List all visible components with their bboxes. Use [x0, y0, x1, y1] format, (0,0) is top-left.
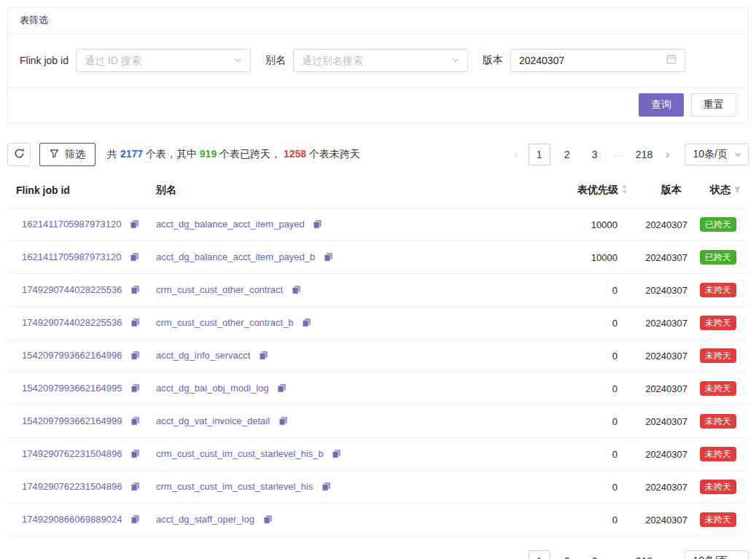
last-page-button[interactable]: 218	[634, 144, 655, 165]
alias-copy-icon[interactable]	[322, 482, 331, 493]
status-cell: 未跨天	[690, 504, 749, 536]
results-table: Flink job id 别名 表优先级 版本	[7, 178, 749, 536]
version-cell: 20240307	[634, 504, 690, 536]
alias-copy-icon[interactable]	[302, 318, 311, 329]
alias-link[interactable]: crm_cust_cust_im_cust_starlevel_his	[156, 481, 313, 492]
alias-copy-icon[interactable]	[278, 416, 288, 428]
chevron-down-icon	[734, 555, 741, 559]
alias-copy-icon[interactable]	[324, 252, 333, 264]
page-2-button[interactable]: 2	[556, 144, 578, 165]
alias-link[interactable]: acct_dg_vat_invoice_detail	[156, 415, 270, 426]
priority-cell: 10000	[546, 241, 634, 274]
alias-copy-icon[interactable]	[259, 351, 268, 362]
alias-copy-icon[interactable]	[292, 285, 301, 297]
calendar-icon	[666, 54, 677, 67]
flink-job-id-link[interactable]: 1621411705987973120	[22, 251, 121, 262]
version-cell: 20240307	[634, 241, 690, 274]
alias-link[interactable]: acct_dg_info_servacct	[156, 350, 250, 361]
next-page-button[interactable]: ›	[658, 144, 677, 165]
alias-link[interactable]: acct_dg_bal_obj_modi_log	[156, 383, 269, 394]
alias-link[interactable]: acct_dg_staff_oper_log	[156, 514, 254, 525]
page-3-button[interactable]: 3	[584, 144, 606, 165]
alias-copy-icon[interactable]	[313, 219, 322, 231]
priority-cell: 0	[546, 307, 634, 340]
flink-job-id-link[interactable]: 1542097993662164995	[22, 383, 122, 394]
next-page-button[interactable]: ›	[658, 550, 677, 559]
priority-cell: 10000	[546, 208, 634, 241]
flink-job-id-link[interactable]: 1542097993662164999	[22, 415, 122, 426]
id-copy-icon[interactable]	[130, 383, 140, 395]
prev-page-button[interactable]: ‹	[507, 144, 526, 165]
page-2-button[interactable]: 2	[556, 550, 578, 559]
page-1-button[interactable]: 1	[529, 144, 550, 165]
bottom-pager-row: ‹ 1 2 3 ··· 218 › 10条/页	[7, 550, 749, 559]
summary-seg3: 个表已跨天，	[217, 148, 284, 160]
column-filter-icon[interactable]	[733, 184, 741, 196]
page-size-select[interactable]: 10条/页	[685, 550, 749, 559]
flink-job-id-link[interactable]: 1621411705987973120	[22, 219, 121, 230]
alias-select[interactable]	[293, 49, 468, 72]
sort-icon[interactable]	[621, 184, 628, 196]
id-copy-icon[interactable]	[130, 416, 140, 428]
id-copy-icon[interactable]	[130, 482, 140, 493]
alias-copy-icon[interactable]	[332, 449, 341, 461]
flink-job-id-select[interactable]	[76, 49, 251, 72]
refresh-button[interactable]	[7, 143, 31, 166]
id-copy-icon[interactable]	[130, 318, 140, 329]
table-row: 1621411705987973120 acct_dg_balance_acct…	[7, 241, 749, 274]
alias-link[interactable]: acct_dg_balance_acct_item_payed_b	[156, 251, 315, 262]
flink-job-id-field: Flink job id	[20, 49, 251, 72]
table-body: 1621411705987973120 acct_dg_balance_acct…	[7, 208, 749, 536]
page-ellipsis: ···	[609, 556, 631, 559]
last-page-button[interactable]: 218	[634, 550, 655, 559]
flink-job-id-label: Flink job id	[20, 55, 69, 66]
filter-button[interactable]: 筛选	[39, 143, 96, 166]
flink-job-id-link[interactable]: 1749290762231504896	[22, 448, 122, 459]
status-badge: 未跨天	[700, 283, 736, 297]
alias-label: 别名	[265, 54, 286, 67]
alias-field: 别名	[265, 49, 468, 72]
alias-link[interactable]: crm_cust_cust_im_cust_starlevel_his_b	[156, 448, 324, 459]
flink-job-id-link[interactable]: 1749290866069889024	[22, 514, 122, 525]
flink-job-id-link[interactable]: 1749290762231504896	[22, 481, 122, 492]
filter-actions-row: 查询 重置	[8, 87, 748, 122]
page-ellipsis: ···	[609, 149, 631, 160]
id-copy-icon[interactable]	[130, 219, 139, 231]
alias-copy-icon[interactable]	[277, 383, 287, 395]
id-copy-icon[interactable]	[130, 252, 139, 264]
page-size-select[interactable]: 10条/页	[685, 144, 749, 165]
id-copy-icon[interactable]	[130, 515, 140, 526]
id-copy-icon[interactable]	[130, 285, 140, 297]
flink-job-id-link[interactable]: 1749290744028225536	[22, 317, 122, 328]
version-date-input[interactable]	[519, 55, 660, 66]
version-cell: 20240307	[634, 274, 690, 307]
alias-copy-icon[interactable]	[263, 515, 273, 526]
status-cell: 已跨天	[690, 208, 749, 241]
chevron-down-icon	[451, 54, 459, 67]
filter-card-title: 表筛选	[8, 8, 748, 34]
flink-job-id-input[interactable]	[85, 55, 228, 66]
page-3-button[interactable]: 3	[584, 550, 606, 559]
flink-job-id-link[interactable]: 1749290744028225536	[22, 284, 122, 295]
alias-link[interactable]: acct_dg_balance_acct_item_payed	[156, 219, 305, 230]
chevron-down-icon	[234, 54, 242, 67]
results-table-wrap: Flink job id 别名 表优先级 版本	[7, 178, 749, 536]
version-date-picker[interactable]	[510, 49, 685, 72]
search-button[interactable]: 查询	[639, 93, 684, 117]
version-cell: 20240307	[634, 307, 690, 340]
prev-page-button[interactable]: ‹	[507, 550, 526, 559]
alias-link[interactable]: crm_cust_cust_other_contract_b	[156, 317, 294, 328]
column-header-status: 状态	[690, 178, 749, 208]
priority-cell: 0	[546, 340, 634, 372]
id-copy-icon[interactable]	[130, 449, 140, 461]
id-copy-icon[interactable]	[130, 351, 140, 362]
flink-job-id-link[interactable]: 1542097993662164996	[22, 350, 122, 361]
status-cell: 未跨天	[690, 372, 749, 405]
alias-link[interactable]: crm_cust_cust_other_contract	[156, 284, 283, 295]
reset-button[interactable]: 重置	[691, 93, 736, 117]
status-badge: 未跨天	[700, 447, 736, 461]
alias-input[interactable]	[302, 55, 445, 66]
page-1-button[interactable]: 1	[529, 550, 550, 559]
status-badge: 未跨天	[700, 512, 736, 527]
priority-cell: 0	[546, 405, 634, 438]
